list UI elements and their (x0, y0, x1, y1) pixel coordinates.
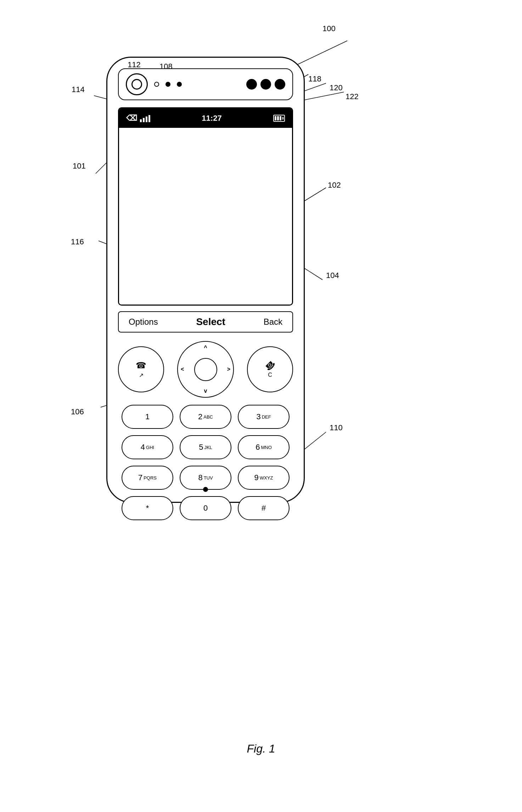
key-hash[interactable]: # (238, 496, 290, 520)
signal-bar-4 (148, 115, 150, 122)
ref-118: 118 (308, 74, 321, 84)
softkey-bar: Options Select Back (118, 311, 293, 333)
softkey-back[interactable]: Back (264, 317, 282, 327)
ref-110: 110 (330, 423, 343, 432)
figure-label: Fig. 1 (247, 742, 275, 755)
phone-body: ⌫ 11:27 (106, 57, 305, 503)
call-button[interactable]: ☎ ↗ (118, 346, 164, 392)
signal-area: ⌫ (126, 114, 150, 123)
ref-108: 108 (159, 62, 173, 71)
signal-bars (140, 114, 150, 122)
status-bar: ⌫ 11:27 (119, 108, 292, 128)
antenna-icon: ⌫ (126, 114, 137, 123)
speaker-dot-2 (260, 79, 271, 90)
key-star[interactable]: * (122, 496, 173, 520)
indicator-dot-1 (154, 82, 159, 87)
camera (126, 73, 148, 95)
ref-106: 106 (71, 407, 84, 416)
call-icon: ☎ (136, 360, 146, 370)
dpad-up[interactable]: ^ (204, 345, 207, 351)
dpad-right[interactable]: > (227, 366, 230, 373)
ref-102: 102 (328, 181, 341, 190)
ref-101: 101 (73, 161, 86, 171)
status-time: 11:27 (202, 114, 221, 123)
end-icon: ☎ (263, 358, 277, 373)
svg-line-10 (303, 267, 322, 280)
dpad-center[interactable] (194, 358, 217, 381)
key-3[interactable]: 3DEF (238, 405, 290, 429)
ref-120: 120 (330, 83, 343, 92)
keypad: 1 2ABC 3DEF 4GHI 5JKL 6MNO 7PQRS 8TUV 9W… (122, 405, 290, 527)
indicator-dot-3 (177, 82, 182, 87)
battery-icon (273, 115, 285, 122)
key-7[interactable]: 7PQRS (122, 466, 173, 490)
signal-bar-3 (146, 117, 147, 122)
nav-pad-area: ☎ ↗ ^ v < > ☎ C (118, 341, 293, 398)
ref-100: 100 (322, 24, 336, 33)
camera-lens (131, 79, 142, 90)
ref-104: 104 (326, 271, 339, 280)
key-1[interactable]: 1 (122, 405, 173, 429)
keypad-row-4: * 0 # (122, 496, 290, 520)
microphone-dot (203, 487, 208, 492)
ref-122: 122 (346, 92, 359, 101)
speaker-dots (188, 79, 285, 90)
phone-top-bar (118, 68, 293, 100)
key-8[interactable]: 8TUV (180, 466, 231, 490)
indicator-dot-2 (165, 82, 170, 87)
key-5[interactable]: 5JKL (180, 435, 231, 459)
key-9[interactable]: 9WXYZ (238, 466, 290, 490)
key-0[interactable]: 0 (180, 496, 231, 520)
ref-114: 114 (72, 85, 85, 94)
speaker-dot-1 (246, 79, 257, 90)
call-sub-icon: ↗ (139, 372, 144, 379)
signal-bar-1 (140, 119, 142, 122)
key-2[interactable]: 2ABC (180, 405, 231, 429)
signal-bar-2 (143, 118, 145, 122)
dpad-down[interactable]: v (204, 388, 207, 394)
phone-screen: ⌫ 11:27 (118, 107, 293, 306)
key-6[interactable]: 6MNO (238, 435, 290, 459)
diagram-container: ⌫ 11:27 (0, 0, 522, 812)
keypad-row-3: 7PQRS 8TUV 9WXYZ (122, 466, 290, 490)
ref-112: 112 (128, 60, 141, 69)
softkey-select[interactable]: Select (196, 316, 225, 328)
end-button[interactable]: ☎ C (247, 346, 293, 392)
dpad[interactable]: ^ v < > (177, 341, 234, 398)
keypad-row-1: 1 2ABC 3DEF (122, 405, 290, 429)
keypad-row-2: 4GHI 5JKL 6MNO (122, 435, 290, 459)
key-4[interactable]: 4GHI (122, 435, 173, 459)
dpad-left[interactable]: < (181, 366, 184, 373)
speaker-dot-3 (275, 79, 285, 90)
screen-content (119, 128, 292, 305)
ref-116: 116 (71, 237, 84, 246)
softkey-options[interactable]: Options (129, 317, 158, 327)
svg-line-9 (303, 188, 326, 202)
clear-icon: C (268, 372, 272, 378)
